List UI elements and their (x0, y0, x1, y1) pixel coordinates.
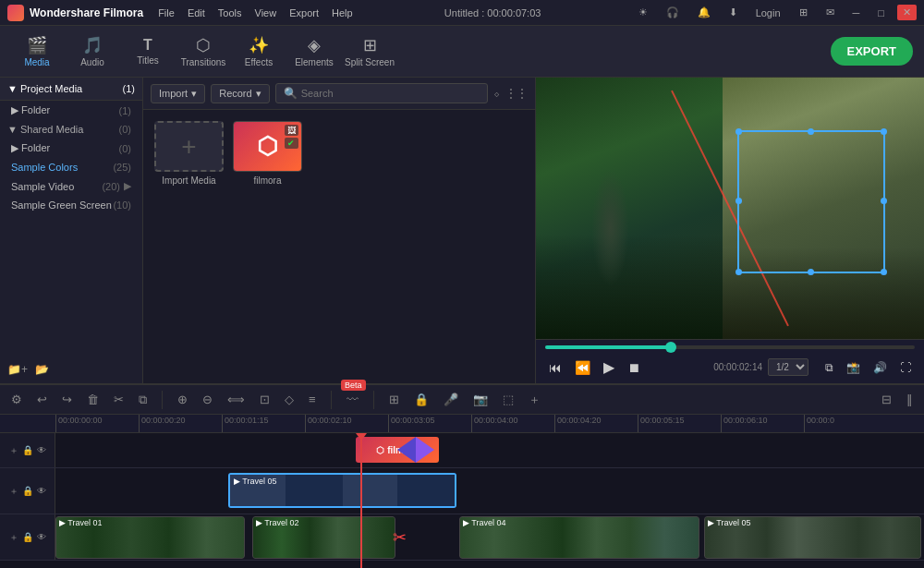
grid-view-icon[interactable]: ⋮⋮ (505, 87, 528, 100)
snapshot-button[interactable]: 📸 (843, 359, 864, 376)
timeline-collapse-btn[interactable]: ‖ (903, 391, 917, 408)
icon-grid[interactable]: ⊞ (794, 5, 813, 20)
toolbar-transitions-label: Transitions (181, 57, 226, 67)
icon-mail[interactable]: ✉ (821, 5, 840, 20)
timeline-snap-btn[interactable]: ⊞ (385, 391, 403, 408)
menu-edit[interactable]: Edit (188, 7, 205, 18)
search-box[interactable]: 🔍 (275, 83, 488, 103)
toolbar-elements[interactable]: ◈ Elements (288, 30, 340, 74)
timeline-copy-btn[interactable]: ⧉ (135, 391, 151, 409)
quality-select[interactable]: 1/2 (768, 358, 808, 376)
track-main-add-icon[interactable]: ＋ (9, 531, 18, 544)
timeline-redo-btn[interactable]: ↪ (58, 391, 76, 408)
toolbar-effects[interactable]: ✨ Effects (233, 30, 285, 74)
upper-clip[interactable]: ▶ Travel 05 (228, 473, 456, 508)
track-main-lock-icon[interactable]: 🔒 (22, 532, 33, 542)
track-main-content[interactable]: ▶ Travel 01 ▶ Travel 02 ✂ ▶ Travel 04 ▶ (55, 514, 924, 561)
play-button[interactable]: ▶ (600, 357, 618, 378)
track-upper-eye-icon[interactable]: 👁 (37, 486, 46, 496)
progress-track[interactable] (545, 345, 915, 349)
skip-back-button[interactable]: ⏮ (545, 358, 565, 377)
timeline-zoom-in-btn[interactable]: ⊕ (174, 391, 191, 408)
volume-button[interactable]: 🔊 (869, 359, 891, 376)
panel-sample-green[interactable]: Sample Green Screen (10) (0, 196, 142, 214)
step-back-button[interactable]: ⏪ (571, 358, 594, 377)
menu-export[interactable]: Export (289, 7, 319, 18)
track-lock-icon[interactable]: 🔒 (22, 445, 33, 455)
handle-tc[interactable] (808, 128, 814, 135)
track-logo-content[interactable]: ⬡ filmora (55, 433, 924, 467)
menu-file[interactable]: File (158, 7, 175, 18)
menu-help[interactable]: Help (332, 7, 353, 18)
timeline-marker-btn[interactable]: ◇ (281, 391, 298, 408)
fullscreen-button[interactable]: ⛶ (896, 359, 915, 376)
handle-ml[interactable] (736, 198, 742, 204)
timeline-lock-btn[interactable]: 🔒 (410, 391, 432, 408)
toolbar-split-screen[interactable]: ⊞ Split Screen (344, 30, 395, 74)
track-upper-lock-icon[interactable]: 🔒 (22, 486, 33, 496)
track-upper-content[interactable]: ▶ Travel 05 (55, 468, 924, 514)
menu-tools[interactable]: Tools (218, 7, 242, 18)
progress-thumb[interactable] (665, 342, 676, 353)
timeline-settings-btn[interactable]: ⚙ (7, 391, 26, 408)
timeline-zoom-fit-btn[interactable]: ⊟ (878, 391, 895, 408)
clip-travel05[interactable]: ▶ Travel 05 (704, 516, 921, 559)
timeline-audio-wave-btn[interactable]: 〰 (343, 391, 362, 408)
export-button[interactable]: EXPORT (831, 37, 913, 66)
filter-icon[interactable]: ⬦ (493, 87, 500, 100)
win-maximize[interactable]: □ (872, 6, 890, 20)
add-folder-icon[interactable]: 📁+ (7, 363, 28, 376)
win-minimize[interactable]: ─ (847, 6, 866, 20)
track-main-eye-icon[interactable]: 👁 (37, 532, 46, 542)
timeline-split-btn[interactable]: ⬚ (499, 391, 517, 408)
import-dropdown[interactable]: Import ▾ (151, 84, 205, 103)
icon-sun[interactable]: ☀ (633, 5, 653, 20)
login-button[interactable]: Login (750, 6, 786, 20)
stop-button[interactable]: ⏹ (624, 358, 644, 377)
track-add-icon[interactable]: ＋ (9, 444, 18, 457)
timeline-align-btn[interactable]: ≡ (305, 391, 320, 408)
clip-travel01[interactable]: ▶ Travel 01 (55, 516, 245, 559)
timeline-cut-btn[interactable]: ✂ (110, 391, 128, 408)
toolbar-transitions[interactable]: ⬡ Transitions (177, 30, 229, 74)
panel-folder-1[interactable]: ▶ Folder (1) (0, 101, 142, 120)
menu-view[interactable]: View (255, 7, 277, 18)
icon-download[interactable]: ⬇ (723, 5, 743, 20)
toolbar-media[interactable]: 🎬 Media (11, 30, 63, 74)
handle-tl[interactable] (736, 128, 742, 135)
timeline-cam-btn[interactable]: 📷 (469, 391, 492, 408)
timeline-zoom-out-btn[interactable]: ⊖ (199, 391, 216, 408)
win-close[interactable]: ✕ (897, 5, 917, 20)
panel-sample-colors[interactable]: Sample Colors (25) (0, 158, 142, 176)
panel-shared-media[interactable]: ▼ Shared Media (0) (0, 120, 142, 139)
pip-button[interactable]: ⧉ (821, 359, 837, 376)
filmora-media-item[interactable]: ⬡ 🖼 ✔ filmora (233, 121, 302, 186)
record-dropdown[interactable]: Record ▾ (211, 84, 269, 103)
timeline-crop-btn[interactable]: ⊡ (256, 391, 274, 408)
track-upper-add-icon[interactable]: ＋ (9, 485, 18, 498)
clip-travel02[interactable]: ▶ Travel 02 (252, 516, 395, 559)
timeline-add-btn[interactable]: ＋ (525, 390, 544, 410)
timeline-ripple-btn[interactable]: ⟺ (224, 391, 249, 408)
handle-tr[interactable] (881, 128, 887, 135)
sample-colors-label: Sample Colors (11, 162, 78, 173)
toolbar-titles[interactable]: T Titles (122, 30, 174, 74)
track-eye-icon[interactable]: 👁 (37, 445, 46, 455)
icon-alert[interactable]: 🔔 (692, 5, 716, 20)
toolbar-titles-label: Titles (137, 55, 159, 66)
trans-arrow-right (416, 437, 434, 463)
folder-icon[interactable]: 📂 (35, 363, 49, 376)
clip-travel04[interactable]: ▶ Travel 04 (459, 516, 699, 559)
timeline-delete-btn[interactable]: 🗑 (83, 391, 103, 408)
toolbar-audio[interactable]: 🎵 Audio (67, 30, 118, 74)
icon-headphone[interactable]: 🎧 (661, 5, 685, 20)
search-input[interactable] (301, 88, 480, 99)
import-thumb[interactable]: + (154, 121, 224, 172)
panel-folder-2[interactable]: ▶ Folder (0) (0, 139, 142, 158)
panel-sample-video[interactable]: Sample Video (20) ▶ (0, 176, 142, 196)
right-controls: ⧉ 📸 🔊 ⛶ (821, 359, 915, 376)
import-media-item[interactable]: + Import Media (154, 121, 224, 186)
timeline-undo-btn[interactable]: ↩ (33, 391, 51, 408)
filmora-thumb[interactable]: ⬡ 🖼 ✔ (233, 121, 302, 172)
timeline-mic-btn[interactable]: 🎤 (440, 391, 462, 408)
